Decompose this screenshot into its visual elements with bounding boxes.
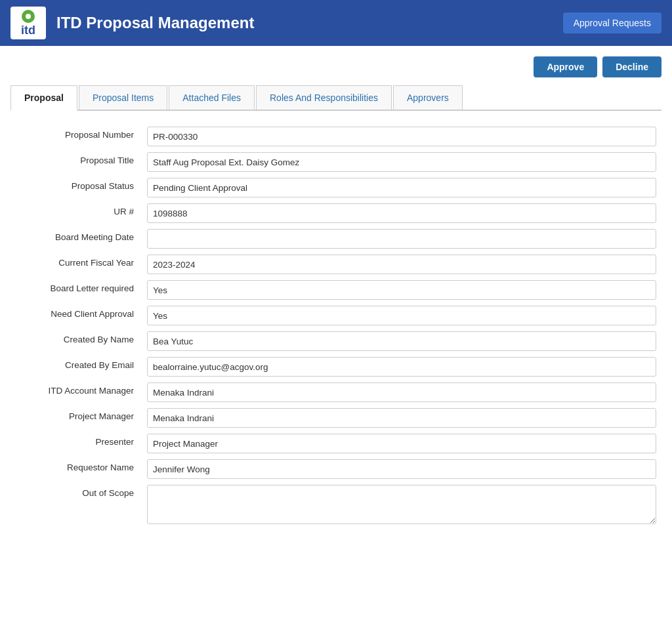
field-label: Created By Name bbox=[10, 329, 142, 354]
field-input-current-fiscal-year[interactable] bbox=[147, 255, 656, 274]
main-container: Approve Decline Proposal Proposal Items … bbox=[0, 46, 672, 618]
field-value-cell bbox=[142, 354, 662, 380]
form-row: Proposal Status bbox=[10, 175, 662, 201]
tab-attached-files[interactable]: Attached Files bbox=[169, 85, 255, 110]
field-label: Proposal Number bbox=[10, 124, 142, 150]
approve-button[interactable]: Approve bbox=[534, 56, 597, 77]
logo-text: itd bbox=[21, 24, 35, 36]
field-label: Presenter bbox=[10, 431, 142, 457]
field-value-cell bbox=[142, 175, 662, 201]
field-value-cell bbox=[142, 252, 662, 278]
form-row: Need Client Approval bbox=[10, 303, 662, 329]
field-value-cell bbox=[142, 431, 662, 457]
field-input-need-client-approval[interactable] bbox=[147, 306, 656, 325]
field-input-ur-#[interactable] bbox=[147, 203, 656, 223]
field-label: ITD Account Manager bbox=[10, 380, 142, 405]
form-row: Presenter bbox=[10, 431, 662, 457]
field-input-proposal-status[interactable] bbox=[147, 178, 656, 197]
field-input-board-letter-required[interactable] bbox=[147, 280, 656, 300]
form-row: Created By Name bbox=[10, 329, 662, 354]
field-input-proposal-title[interactable] bbox=[147, 152, 656, 172]
tab-proposal[interactable]: Proposal bbox=[10, 85, 77, 111]
tab-proposal-items[interactable]: Proposal Items bbox=[79, 85, 167, 110]
tab-approvers[interactable]: Approvers bbox=[393, 85, 463, 110]
field-input-requestor-name[interactable] bbox=[147, 459, 656, 479]
field-value-cell bbox=[142, 150, 662, 175]
tabs-bar: Proposal Proposal Items Attached Files R… bbox=[10, 85, 662, 111]
decline-button[interactable]: Decline bbox=[602, 56, 662, 77]
form-row: Board Meeting Date bbox=[10, 226, 662, 252]
field-input-board-meeting-date[interactable] bbox=[147, 229, 656, 249]
field-value-cell bbox=[142, 303, 662, 329]
form-row: Out of Scope bbox=[10, 482, 662, 529]
field-label: Board Letter required bbox=[10, 278, 142, 303]
field-label: Current Fiscal Year bbox=[10, 252, 142, 278]
app-header: itd ITD Proposal Management Approval Req… bbox=[0, 0, 672, 46]
form-row: Proposal Title bbox=[10, 150, 662, 175]
field-value-cell bbox=[142, 457, 662, 482]
field-label: Proposal Title bbox=[10, 150, 142, 175]
field-label: Requestor Name bbox=[10, 457, 142, 482]
form-row: ITD Account Manager bbox=[10, 380, 662, 405]
field-textarea-out-of-scope[interactable] bbox=[147, 485, 656, 524]
form-row: Project Manager bbox=[10, 405, 662, 431]
form-row: Created By Email bbox=[10, 354, 662, 380]
logo: itd bbox=[10, 7, 46, 39]
field-value-cell bbox=[142, 124, 662, 150]
form-row: Proposal Number bbox=[10, 124, 662, 150]
logo-icon bbox=[22, 10, 35, 23]
field-label: Board Meeting Date bbox=[10, 226, 142, 252]
field-value-cell bbox=[142, 380, 662, 405]
field-input-proposal-number[interactable] bbox=[147, 127, 656, 146]
field-input-presenter[interactable] bbox=[147, 434, 656, 453]
field-label: Out of Scope bbox=[10, 482, 142, 529]
field-label: Need Client Approval bbox=[10, 303, 142, 329]
field-label: Proposal Status bbox=[10, 175, 142, 201]
field-value-cell bbox=[142, 278, 662, 303]
field-value-cell bbox=[142, 329, 662, 354]
form-row: Board Letter required bbox=[10, 278, 662, 303]
field-label: Project Manager bbox=[10, 405, 142, 431]
action-buttons-row: Approve Decline bbox=[10, 56, 662, 77]
approval-requests-button[interactable]: Approval Requests bbox=[563, 12, 662, 33]
form-row: Current Fiscal Year bbox=[10, 252, 662, 278]
field-input-itd-account-manager[interactable] bbox=[147, 382, 656, 402]
app-title: ITD Proposal Management bbox=[56, 14, 553, 32]
field-label: Created By Email bbox=[10, 354, 142, 380]
proposal-form: Proposal NumberProposal TitleProposal St… bbox=[10, 124, 662, 529]
form-row: UR # bbox=[10, 201, 662, 226]
field-value-cell bbox=[142, 201, 662, 226]
field-input-created-by-name[interactable] bbox=[147, 331, 656, 351]
tab-roles-responsibilities[interactable]: Roles And Responsibilities bbox=[256, 85, 392, 110]
field-input-project-manager[interactable] bbox=[147, 408, 656, 428]
form-row: Requestor Name bbox=[10, 457, 662, 482]
field-label: UR # bbox=[10, 201, 142, 226]
field-input-created-by-email[interactable] bbox=[147, 357, 656, 377]
field-value-cell bbox=[142, 405, 662, 431]
field-value-cell bbox=[142, 482, 662, 529]
field-value-cell bbox=[142, 226, 662, 252]
